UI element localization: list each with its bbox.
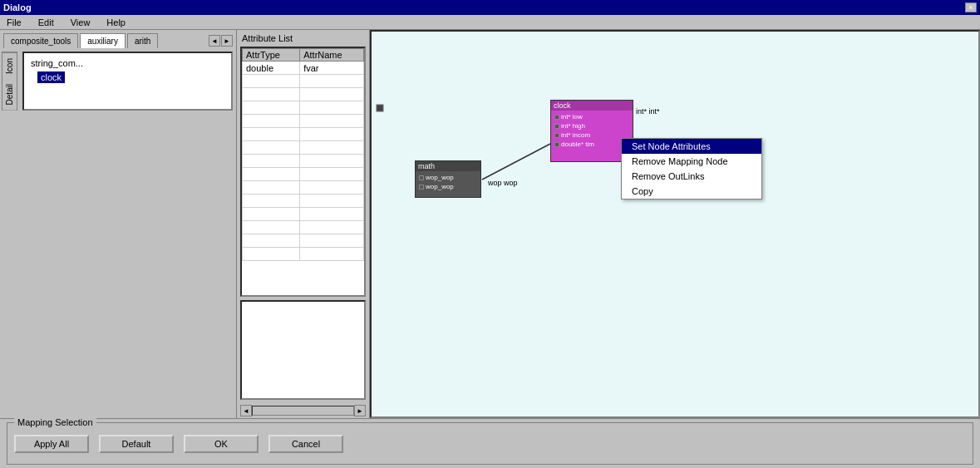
menu-bar: File Edit View Help bbox=[0, 15, 980, 30]
table-row bbox=[243, 248, 364, 261]
math-output-label: wop wop bbox=[488, 179, 518, 187]
tab-arith[interactable]: arith bbox=[127, 33, 158, 48]
context-menu-item-copy[interactable]: Copy bbox=[622, 184, 761, 199]
table-row bbox=[243, 181, 364, 195]
tab-composite-tools[interactable]: composite_tools bbox=[3, 33, 78, 48]
node-label-clock: clock bbox=[37, 71, 65, 83]
attr-name-cell: fvar bbox=[300, 62, 364, 75]
tab-auxiliary[interactable]: auxiliary bbox=[80, 33, 126, 48]
scroll-track[interactable] bbox=[252, 406, 354, 416]
table-row bbox=[243, 128, 364, 141]
math-node[interactable]: math wop_wop wop_wop bbox=[415, 160, 481, 198]
list-item[interactable]: string_com... bbox=[27, 57, 228, 70]
default-button[interactable]: Default bbox=[99, 435, 174, 453]
clock-port-label-4: double* tim bbox=[561, 140, 594, 148]
detail-button[interactable]: Detail bbox=[2, 79, 17, 111]
svg-line-0 bbox=[482, 144, 550, 180]
title-bar: Dialog × bbox=[0, 0, 980, 15]
attr-table-bottom bbox=[240, 300, 366, 400]
port-dot bbox=[554, 115, 559, 120]
table-row[interactable]: double fvar bbox=[243, 62, 364, 75]
canvas-area: math wop_wop wop_wop wop wop bbox=[372, 32, 978, 416]
apply-all-button[interactable]: Apply All bbox=[14, 435, 89, 453]
clock-port-4: double* tim bbox=[553, 140, 631, 149]
context-menu-item-remove-outlinks[interactable]: Remove OutLinks bbox=[622, 169, 761, 184]
attr-table-top: AttrType AttrName double fvar bbox=[240, 47, 366, 297]
menu-edit[interactable]: Edit bbox=[35, 17, 57, 28]
table-row bbox=[243, 88, 364, 101]
cancel-button[interactable]: Cancel bbox=[268, 435, 343, 453]
table-row bbox=[243, 195, 364, 208]
math-node-ports: wop_wop wop_wop bbox=[416, 171, 480, 193]
port-dot bbox=[554, 133, 559, 138]
left-panel: composite_tools auxiliary arith ◄ ► Icon… bbox=[0, 30, 237, 418]
bottom-panel: Mapping Selection Apply All Default OK C… bbox=[0, 418, 980, 468]
tabs-area: composite_tools auxiliary arith ◄ ► bbox=[0, 30, 236, 48]
clock-port-label-3: int* incom bbox=[561, 131, 590, 139]
clock-node-title: clock bbox=[551, 101, 633, 111]
table-row bbox=[243, 101, 364, 115]
port-dot bbox=[554, 124, 559, 129]
table-row bbox=[243, 208, 364, 221]
table-row bbox=[243, 221, 364, 234]
port-dot bbox=[554, 142, 559, 147]
clock-port-label-1: int* low bbox=[561, 113, 583, 121]
attr-table: AttrType AttrName double fvar bbox=[242, 48, 364, 261]
node-list-container: string_com... clock bbox=[22, 52, 233, 111]
table-row bbox=[243, 141, 364, 155]
scroll-right-button[interactable]: ► bbox=[354, 405, 366, 416]
table-row bbox=[243, 155, 364, 168]
table-row bbox=[243, 115, 364, 128]
table-row bbox=[243, 168, 364, 181]
menu-help[interactable]: Help bbox=[103, 17, 129, 28]
main-container: composite_tools auxiliary arith ◄ ► Icon… bbox=[0, 30, 980, 468]
clock-port-1: int* low bbox=[553, 112, 631, 121]
math-port-label-2: wop_wop bbox=[426, 183, 454, 190]
clock-port-label-2: int* high bbox=[561, 122, 585, 130]
ok-button[interactable]: OK bbox=[184, 435, 259, 453]
dialog-title: Dialog bbox=[3, 2, 32, 12]
context-menu-item-set-attributes[interactable]: Set Node Attributes bbox=[622, 139, 761, 154]
clock-output-label: int* int* bbox=[636, 107, 660, 116]
clock-port-3: int* incom bbox=[553, 131, 631, 140]
menu-view[interactable]: View bbox=[67, 17, 94, 28]
context-menu: Set Node Attributes Remove Mapping Node … bbox=[621, 138, 762, 200]
tab-nav: ◄ ► bbox=[209, 35, 233, 47]
group-label: Mapping Selection bbox=[14, 417, 96, 427]
attr-col-type: AttrType bbox=[243, 49, 300, 62]
canvas-panel[interactable]: math wop_wop wop_wop wop wop bbox=[370, 30, 980, 418]
close-button[interactable]: × bbox=[965, 2, 977, 12]
math-node-title: math bbox=[416, 161, 480, 171]
node-label-string: string_com... bbox=[31, 58, 83, 68]
icon-button[interactable]: Icon bbox=[2, 52, 17, 79]
attr-scrollbar: ◄ ► bbox=[240, 405, 366, 416]
node-list: string_com... clock bbox=[24, 53, 231, 88]
connector-svg bbox=[372, 32, 978, 416]
attr-list-title: Attribute List bbox=[237, 30, 369, 45]
context-menu-item-remove-mapping[interactable]: Remove Mapping Node bbox=[622, 154, 761, 169]
attr-col-name: AttrName bbox=[300, 49, 364, 62]
math-port-label-1: wop_wop bbox=[426, 174, 454, 181]
tab-prev-button[interactable]: ◄ bbox=[209, 35, 220, 47]
attr-type-cell: double bbox=[243, 62, 300, 75]
clock-port-2: int* high bbox=[553, 121, 631, 131]
list-item[interactable]: clock bbox=[27, 70, 228, 85]
side-buttons-area: Icon Detail string_com... clock bbox=[0, 48, 236, 114]
table-row bbox=[243, 234, 364, 248]
mapping-selection-group: Mapping Selection Apply All Default OK C… bbox=[7, 422, 973, 465]
svg-rect-1 bbox=[377, 105, 383, 111]
math-port-2: wop_wop bbox=[417, 182, 479, 191]
table-row bbox=[243, 75, 364, 88]
port-dot bbox=[419, 175, 424, 180]
math-port-1: wop_wop bbox=[417, 173, 479, 182]
middle-panel: Attribute List AttrType AttrName double … bbox=[237, 30, 370, 418]
port-dot bbox=[419, 185, 424, 190]
vertical-btn-group: Icon Detail bbox=[2, 52, 17, 111]
tab-next-button[interactable]: ► bbox=[221, 35, 233, 47]
scroll-left-button[interactable]: ◄ bbox=[240, 405, 252, 416]
content-area: composite_tools auxiliary arith ◄ ► Icon… bbox=[0, 30, 980, 418]
menu-file[interactable]: File bbox=[3, 17, 25, 28]
